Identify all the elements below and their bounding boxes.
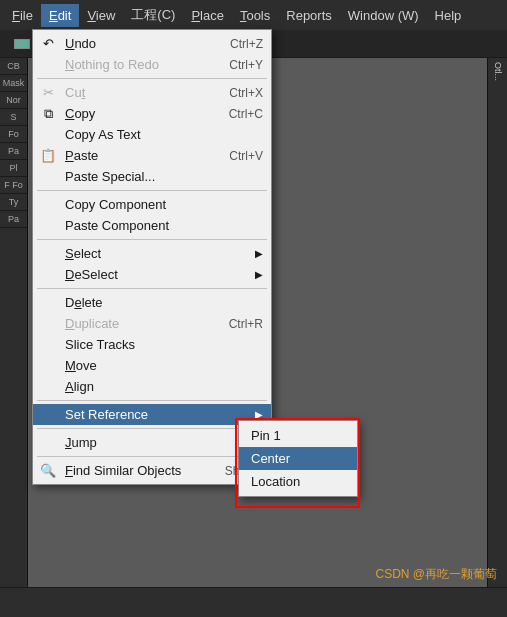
edit-dropdown-menu: ↶ Undo Ctrl+Z Nothing to Redo Ctrl+Y ✂ C… [32,29,272,485]
separator-2 [37,190,267,191]
menu-place[interactable]: Place [183,4,232,27]
paste-icon: 📋 [37,148,59,163]
menu-item-copy-as-text[interactable]: Copy As Text [33,124,271,145]
menu-item-jump[interactable]: Jump [33,432,271,453]
menu-edit[interactable]: Edit [41,4,79,27]
find-icon: 🔍 [37,463,59,478]
separator-6 [37,428,267,429]
menu-item-move[interactable]: Move [33,355,271,376]
menu-bar: File Edit View 工程(C) Place Tools Reports… [0,0,507,30]
watermark: CSDN @再吃一颗葡萄 [375,566,497,583]
submenu-location-label: Location [251,474,300,489]
submenu-pin1[interactable]: Pin 1 [239,424,357,447]
menu-tools[interactable]: Tools [232,4,278,27]
submenu-pin1-label: Pin 1 [251,428,281,443]
separator-1 [37,78,267,79]
menu-item-copy-component[interactable]: Copy Component [33,194,271,215]
submenu-center-label: Center [251,451,290,466]
panel-mask[interactable]: Mask [0,75,27,92]
panel-pa[interactable]: Pa [0,143,27,160]
left-panel: CB Mask Nor S Fo Pa Pl F Fo Ty Pa [0,58,28,587]
panel-otl[interactable]: Otl... [491,58,505,85]
menu-item-copy[interactable]: ⧉ Copy Ctrl+C [33,103,271,124]
separator-7 [37,456,267,457]
menu-window[interactable]: Window (W) [340,4,427,27]
menu-item-delete[interactable]: Delete [33,292,271,313]
separator-4 [37,288,267,289]
menu-item-redo[interactable]: Nothing to Redo Ctrl+Y [33,54,271,75]
cut-icon: ✂ [37,85,59,100]
undo-icon: ↶ [37,36,59,51]
bottom-bar [0,587,507,617]
menu-item-find-similar[interactable]: 🔍 Find Similar Objects Shift+F [33,460,271,481]
menu-item-paste[interactable]: 📋 Paste Ctrl+V [33,145,271,166]
menu-reports[interactable]: Reports [278,4,340,27]
panel-ty[interactable]: Ty [0,194,27,211]
menu-item-select[interactable]: Select ▶ [33,243,271,264]
menu-item-slice-tracks[interactable]: Slice Tracks [33,334,271,355]
separator-3 [37,239,267,240]
menu-item-cut[interactable]: ✂ Cut Ctrl+X [33,82,271,103]
menu-item-deselect[interactable]: DeSelect ▶ [33,264,271,285]
copy-icon: ⧉ [37,106,59,122]
tab-icon-1 [14,39,30,49]
menu-item-undo[interactable]: ↶ Undo Ctrl+Z [33,33,271,54]
set-reference-submenu: Pin 1 Center Location [238,420,358,497]
panel-pa2[interactable]: Pa [0,211,27,228]
menu-project[interactable]: 工程(C) [123,2,183,28]
panel-nor[interactable]: Nor [0,92,27,109]
menu-item-set-reference[interactable]: Set Reference ▶ [33,404,271,425]
panel-s[interactable]: S [0,109,27,126]
panel-cb[interactable]: CB [0,58,27,75]
menu-item-paste-special[interactable]: Paste Special... [33,166,271,187]
submenu-location[interactable]: Location [239,470,357,493]
menu-item-paste-component[interactable]: Paste Component [33,215,271,236]
panel-fo[interactable]: Fo [0,126,27,143]
menu-item-duplicate[interactable]: Duplicate Ctrl+R [33,313,271,334]
menu-file[interactable]: File [4,4,41,27]
panel-pl[interactable]: Pl [0,160,27,177]
menu-view[interactable]: View [79,4,123,27]
menu-help[interactable]: Help [427,4,470,27]
submenu-center[interactable]: Center [239,447,357,470]
separator-5 [37,400,267,401]
menu-item-align[interactable]: Align [33,376,271,397]
right-panel: Otl... [487,58,507,587]
panel-ffo[interactable]: F Fo [0,177,27,194]
